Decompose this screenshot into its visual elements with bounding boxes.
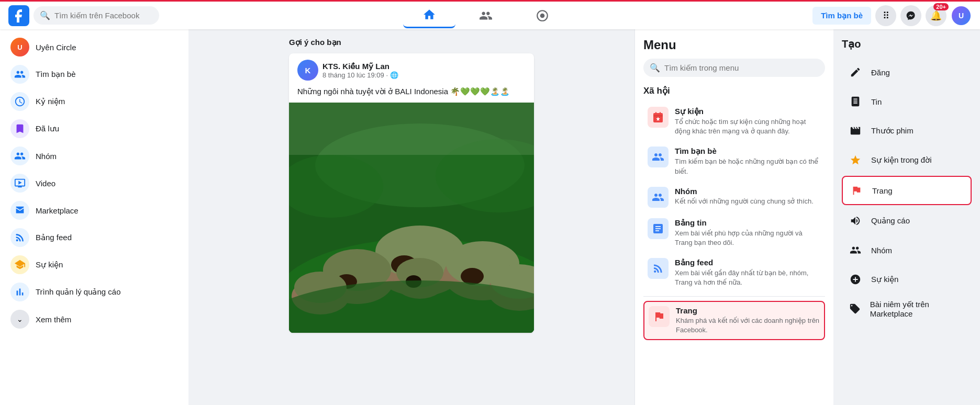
- post-time: 8 tháng 10 lúc 19:09 · 🌐: [322, 71, 398, 79]
- tim-ban-be-menu-info: Tìm bạn bè Tìm kiếm bạn bè hoặc những ng…: [675, 147, 821, 176]
- su-kien-icon: [10, 255, 29, 274]
- create-item-tin[interactable]: Tin: [842, 88, 972, 115]
- center-nav: [159, 3, 812, 28]
- user-sidebar-avatar: U: [10, 38, 29, 57]
- main-content: Gợi ý cho bạn K KTS. Kiều Mỹ Lan 8 tháng…: [188, 0, 980, 405]
- sidebar-item-marketplace[interactable]: Marketplace: [4, 197, 184, 224]
- create-item-nhom[interactable]: Nhóm: [842, 237, 972, 264]
- sidebar-item-bang-feed[interactable]: Bảng feed: [4, 224, 184, 251]
- post-text: Những ngôi nhà tuyệt vời ở BALI Indonesi…: [289, 87, 534, 103]
- create-item-su-kien[interactable]: Sự kiện: [842, 266, 972, 293]
- sidebar-item-user[interactable]: U Uyên Circle: [4, 33, 184, 61]
- su-kien-create-label: Sự kiện: [871, 275, 898, 284]
- nhom-menu-title: Nhóm: [675, 187, 814, 196]
- create-item-trang[interactable]: Trang: [842, 176, 972, 205]
- post-image-scene: [289, 103, 534, 333]
- search-input[interactable]: [54, 11, 153, 20]
- sidebar-item-ky-niem[interactable]: Kỷ niệm: [4, 88, 184, 115]
- video-label: Video: [36, 179, 55, 188]
- menu-item-tim-ban-be[interactable]: Tìm bạn bè Tìm kiếm bạn bè hoặc những ng…: [643, 142, 825, 180]
- menu-divider: [643, 296, 825, 297]
- nhom-icon: [10, 147, 29, 165]
- notifications-btn[interactable]: 🔔 20+: [926, 5, 946, 26]
- bang-tin-menu-desc: Xem bài viết phù hợp của những người và …: [675, 229, 821, 248]
- tin-create-icon: [846, 92, 865, 111]
- search-box[interactable]: 🔍: [34, 6, 159, 25]
- search-icon: 🔍: [40, 10, 50, 20]
- create-title: Tạo: [842, 38, 972, 50]
- su-kien-trong-doi-create-label: Sự kiện trong đời: [871, 155, 932, 165]
- video-icon: [10, 174, 29, 193]
- create-item-quang-cao[interactable]: Quảng cáo: [842, 207, 972, 234]
- dang-create-label: Đăng: [871, 68, 890, 77]
- ky-niem-icon: [10, 92, 29, 111]
- sidebar-item-quan-ly-qc[interactable]: Trình quản lý quảng cáo: [4, 278, 184, 306]
- quang-cao-create-label: Quảng cáo: [871, 216, 910, 226]
- menu-panel: Menu 🔍 Xã hội Sự kiện Tổ chức hoặc tìm s…: [634, 29, 833, 405]
- nav-friends-btn[interactable]: [460, 3, 512, 28]
- feed-area: Gợi ý cho bạn K KTS. Kiều Mỹ Lan 8 tháng…: [281, 29, 542, 405]
- menu-item-nhom[interactable]: Nhóm Kết nối với những người cùng chung …: [643, 183, 825, 212]
- trang-create-label: Trang: [872, 186, 893, 195]
- messenger-btn[interactable]: [900, 5, 921, 26]
- facebook-logo[interactable]: [8, 5, 29, 26]
- sidebar-item-da-luu[interactable]: Đã lưu: [4, 115, 184, 142]
- menu-search-input[interactable]: [664, 63, 819, 72]
- svg-point-2: [540, 13, 545, 18]
- sidebar-item-tim-ban-be[interactable]: Tìm bạn bè: [4, 61, 184, 88]
- nhom-menu-desc: Kết nối với những người cùng chung sở th…: [675, 197, 814, 206]
- apps-btn[interactable]: ⠿: [875, 5, 896, 26]
- sidebar-item-su-kien[interactable]: Sự kiện: [4, 251, 184, 278]
- xem-them-btn[interactable]: ⌄: [10, 310, 29, 329]
- nav-home-btn[interactable]: [403, 3, 455, 28]
- tim-ban-be-menu-desc: Tìm kiếm bạn bè hoặc những người bạn có …: [675, 157, 821, 176]
- da-luu-icon: [10, 119, 29, 138]
- menu-item-trang[interactable]: Trang Khám phá và kết nối với các doanh …: [643, 301, 825, 340]
- post-meta: KTS. Kiều Mỹ Lan 8 tháng 10 lúc 19:09 · …: [322, 62, 398, 79]
- create-panel: Tạo Đăng Tin Thước phim Sự kiện trong đờ…: [833, 29, 980, 405]
- svg-point-16: [461, 268, 484, 285]
- svg-rect-27: [655, 112, 656, 114]
- bang-feed-menu-icon: [648, 258, 669, 279]
- tim-ban-be-menu-title: Tìm bạn bè: [675, 147, 821, 156]
- nhom-label: Nhóm: [36, 152, 57, 161]
- ky-niem-label: Kỷ niệm: [36, 97, 65, 106]
- trang-menu-icon: [649, 306, 670, 327]
- su-kien-menu-info: Sự kiện Tổ chức hoặc tìm sự kiện cùng nh…: [675, 107, 821, 136]
- thuoc-phim-create-label: Thước phim: [871, 126, 914, 136]
- create-item-su-kien-trong-doi[interactable]: Sự kiện trong đời: [842, 147, 972, 174]
- create-item-bai-niem-yet[interactable]: Bài niêm yết trên Marketplace: [842, 295, 972, 322]
- menu-item-bang-tin[interactable]: Bảng tin Xem bài viết phù hợp của những …: [643, 214, 825, 252]
- dang-create-icon: [846, 63, 865, 82]
- quan-ly-qc-label: Trình quản lý quảng cáo: [36, 287, 121, 297]
- nhom-create-label: Nhóm: [871, 246, 892, 255]
- tin-create-label: Tin: [871, 97, 882, 106]
- nav-watch-btn[interactable]: [516, 3, 569, 28]
- bang-tin-menu-info: Bảng tin Xem bài viết phù hợp của những …: [675, 218, 821, 248]
- suggestion-label: Gợi ý cho bạn: [289, 38, 534, 47]
- sidebar-item-xem-them[interactable]: ⌄ Xem thêm: [4, 306, 184, 333]
- su-kien-menu-title: Sự kiện: [675, 107, 821, 116]
- svg-rect-25: [289, 103, 534, 155]
- tim-ban-be-menu-icon: [648, 147, 669, 167]
- menu-search[interactable]: 🔍: [643, 59, 825, 77]
- menu-item-bang-feed[interactable]: Bảng feed Xem bài viết gần đây nhất từ b…: [643, 254, 825, 291]
- su-kien-label: Sự kiện: [36, 260, 63, 269]
- find-friends-btn[interactable]: Tìm bạn bè: [812, 7, 871, 25]
- su-kien-menu-desc: Tổ chức hoặc tìm sự kiện cùng những hoạt…: [675, 117, 821, 136]
- bang-feed-menu-desc: Xem bài viết gần đây nhất từ bạn bè, nhó…: [675, 268, 821, 287]
- user-avatar[interactable]: U: [951, 5, 972, 26]
- menu-section-title: Xã hội: [643, 85, 825, 96]
- create-item-dang[interactable]: Đăng: [842, 59, 972, 86]
- menu-item-su-kien[interactable]: Sự kiện Tổ chức hoặc tìm sự kiện cùng nh…: [643, 103, 825, 140]
- quan-ly-qc-icon: [10, 283, 29, 301]
- bang-feed-icon: [10, 228, 29, 247]
- sidebar-item-video[interactable]: Video: [4, 170, 184, 197]
- su-kien-menu-icon: [648, 107, 669, 128]
- left-sidebar: U Uyên Circle Tìm bạn bè Kỷ niệm Đã lưu …: [0, 29, 188, 405]
- right-nav: Tìm bạn bè ⠿ 🔔 20+ U: [812, 5, 972, 26]
- create-item-thuoc-phim[interactable]: Thước phim: [842, 117, 972, 144]
- nhom-menu-info: Nhóm Kết nối với những người cùng chung …: [675, 187, 814, 206]
- sidebar-item-nhom[interactable]: Nhóm: [4, 142, 184, 170]
- topnav: 🔍 Tìm bạn bè ⠿ 🔔 20+ U: [0, 0, 980, 29]
